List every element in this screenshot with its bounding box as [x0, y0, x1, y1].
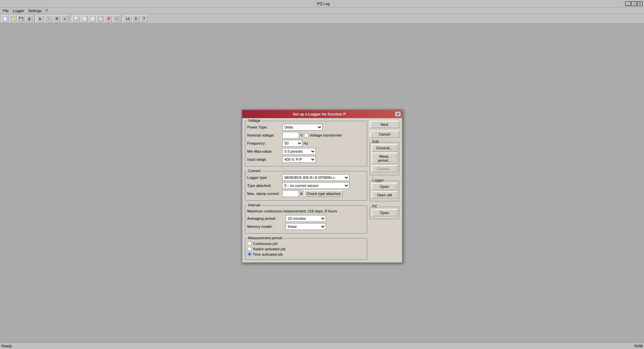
- cancel-button[interactable]: Cancel: [370, 131, 399, 138]
- toolbar-export2[interactable]: 📈: [81, 15, 88, 22]
- type-attached-select[interactable]: 0 - no current sensor: [282, 182, 349, 189]
- type-attached-row: Type attached: 0 - no current sensor: [247, 182, 365, 189]
- pc-section: PC Open: [370, 207, 399, 219]
- close-button[interactable]: ✕: [637, 1, 643, 6]
- toolbar-open[interactable]: 📂: [9, 15, 17, 22]
- continuous-job-label: Continuous job: [253, 242, 278, 246]
- input-range-label: Input range:: [247, 157, 281, 161]
- input-range-select[interactable]: 400 V, P-P 200 V, P-P: [282, 156, 316, 163]
- general-button[interactable]: General...: [371, 144, 398, 152]
- next-button[interactable]: Next: [370, 121, 399, 128]
- toolbar-sep3: [121, 15, 123, 22]
- main-area: Set up a Logger for function P ✕ Voltage…: [0, 23, 644, 349]
- interval-legend: Interval: [247, 203, 261, 207]
- min-max-select[interactable]: 0.5 periods 1 period 2 periods: [282, 148, 316, 155]
- setup-dialog: Set up a Logger for function P ✕ Voltage…: [242, 109, 403, 263]
- status-text: Ready: [1, 344, 12, 348]
- min-max-label: Min-Max-value:: [247, 149, 281, 153]
- current-button[interactable]: Current...: [371, 165, 398, 172]
- voltage-legend: Voltage: [247, 118, 262, 122]
- logger-type-label: Logger type:: [247, 176, 281, 180]
- max-clamp-label: Max. clamp current:: [247, 192, 281, 196]
- toolbar-export1[interactable]: 📊: [72, 15, 80, 22]
- meas-period-button[interactable]: Meas. period...: [371, 153, 398, 164]
- toolbar-settings2[interactable]: ⚙: [53, 15, 60, 22]
- voltage-unit: V: [300, 133, 303, 137]
- time-job-radio[interactable]: [247, 252, 252, 256]
- toolbar-connect-green[interactable]: ▶: [37, 15, 44, 22]
- check-type-button[interactable]: Check type attached: [304, 190, 343, 197]
- num-indicator: NUM: [634, 344, 643, 348]
- menu-settings[interactable]: Settings: [26, 8, 44, 13]
- min-max-row: Min-Max-value: 0.5 periods 1 period 2 pe…: [247, 148, 365, 155]
- toolbar-print[interactable]: 🖨: [26, 15, 33, 22]
- logger-open-button[interactable]: Open: [371, 183, 398, 190]
- toolbar-label-L1[interactable]: L1: [124, 15, 132, 22]
- frequency-label: Frequency:: [247, 141, 281, 145]
- averaging-period-row: Averaging period: 1 minute 5 minutes 10 …: [247, 215, 365, 222]
- memory-model-row: Memory model : linear ring: [247, 223, 365, 230]
- toolbar-export6[interactable]: 📎: [113, 15, 120, 22]
- nominal-voltage-input[interactable]: 230: [282, 132, 299, 139]
- toolbar-connect-arrow[interactable]: ↑: [45, 15, 52, 22]
- switch-job-radio[interactable]: [247, 247, 252, 251]
- frequency-row: Frequency: 50 60 Hz: [247, 140, 365, 147]
- toolbar-export3[interactable]: 📉: [89, 15, 96, 22]
- memory-model-label: Memory model :: [247, 225, 284, 229]
- edit-legend: Edit: [371, 140, 380, 144]
- pc-open-button[interactable]: Open: [371, 209, 398, 216]
- switch-activated-row: Switch activated job: [247, 247, 365, 251]
- menu-logger[interactable]: Logger: [11, 8, 26, 13]
- toolbar-sep2: [70, 15, 71, 22]
- continuous-job-radio[interactable]: [247, 241, 252, 246]
- minimize-button[interactable]: _: [625, 1, 631, 6]
- restore-button[interactable]: ▪: [631, 1, 637, 6]
- continuous-job-row: Continuous job: [247, 241, 365, 246]
- averaging-period-select[interactable]: 1 minute 5 minutes 10 minutes 15 minutes…: [286, 215, 326, 222]
- toolbar-export4[interactable]: 📋: [97, 15, 104, 22]
- type-attached-label: Type attached:: [247, 184, 281, 188]
- power-type-select[interactable]: Delta Star Single Phase: [282, 124, 323, 131]
- logger-type-select[interactable]: MEMOBOX 808 3U 4I EP0808x.x: [282, 174, 349, 181]
- power-type-row: Power Type: Delta Star Single Phase: [247, 124, 365, 131]
- edit-section: Edit General... Meas. period... Current.…: [370, 142, 399, 175]
- current-section: Current Logger type: MEMOBOX 808 3U 4I E…: [245, 171, 367, 201]
- input-range-row: Input range: 400 V, P-P 200 V, P-P: [247, 156, 365, 163]
- dialog-right-panel: Next Cancel Edit General... Meas. period…: [370, 121, 399, 260]
- switch-job-label: Switch activated job: [253, 247, 286, 251]
- voltage-section: Voltage Power Type: Delta Star Single Ph…: [245, 121, 367, 166]
- logger-legend: Logger: [371, 178, 385, 182]
- power-type-label: Power Type:: [247, 125, 281, 129]
- max-clamp-input[interactable]: 1500: [282, 190, 299, 197]
- logger-open-old-button[interactable]: Open old: [371, 191, 398, 199]
- toolbar-help[interactable]: ?: [140, 15, 148, 22]
- logger-section: Logger Open Open old: [370, 181, 399, 201]
- toolbar-copy2[interactable]: ⎘: [132, 15, 140, 22]
- toolbar-save[interactable]: 💾: [17, 15, 25, 22]
- averaging-period-label: Averaging period:: [247, 216, 284, 220]
- window-controls: _ ▪ ✕: [625, 1, 643, 6]
- clamp-unit: A: [300, 192, 303, 196]
- measurement-period-section: Measurement period Continuous job Switch…: [245, 238, 367, 260]
- max-clamp-row: Max. clamp current: 1500 A Check type at…: [247, 190, 365, 197]
- menu-help[interactable]: ?: [44, 8, 50, 13]
- max-measurement-text: Maximum continuous measurement: 216 days…: [247, 208, 365, 214]
- voltage-transformer-label: Voltage transformer: [310, 133, 342, 137]
- frequency-unit: Hz: [304, 141, 308, 145]
- dialog-title: Set up a Logger for function P: [244, 112, 395, 116]
- toolbar: 📄 📂 💾 🖨 ▶ ↑ ⚙ ● 📊 📈 📉 📋 📌 📎 L1 ⎘ ?: [0, 14, 644, 23]
- toolbar-record-stop[interactable]: ●: [61, 15, 68, 22]
- voltage-transformer-checkbox[interactable]: [304, 133, 308, 138]
- time-activated-row: Time activated job: [247, 252, 365, 256]
- title-bar: PQ Log _ ▪ ✕: [0, 0, 644, 7]
- menu-file[interactable]: File: [1, 8, 11, 13]
- toolbar-new[interactable]: 📄: [1, 15, 9, 22]
- memory-model-select[interactable]: linear ring: [286, 223, 326, 230]
- menu-bar: File Logger Settings ?: [0, 7, 644, 14]
- dialog-title-bar: Set up a Logger for function P ✕: [242, 110, 402, 118]
- toolbar-export5[interactable]: 📌: [105, 15, 112, 22]
- dialog-close-button[interactable]: ✕: [395, 112, 401, 116]
- app-title: PQ Log: [21, 2, 625, 6]
- frequency-select[interactable]: 50 60: [282, 140, 302, 147]
- time-job-label: Time activated job: [253, 252, 283, 256]
